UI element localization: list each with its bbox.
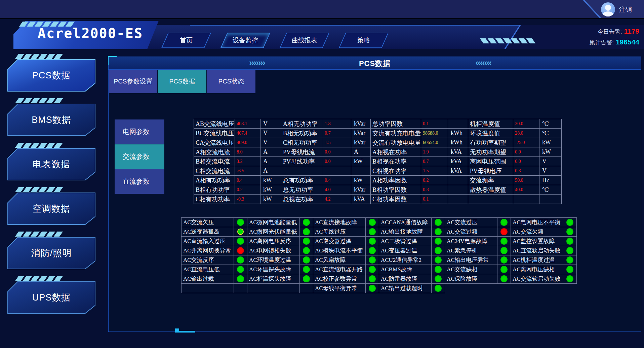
status-label (445, 284, 497, 293)
status-led-cell (432, 265, 445, 274)
status-label: AC二极管过温 (379, 237, 432, 246)
status-label: ACBMS故障 (379, 265, 432, 274)
status-led-green-icon (500, 266, 508, 273)
table-row: C相交流电流-6.5AC相视在功率1.5kVAPV母线电压0.3V (194, 166, 562, 176)
status-led-green-icon (237, 256, 244, 264)
pcs-tab-bar: PCS参数设置PCS数据PCS状态 (109, 70, 255, 93)
alarm-today-row: 今日告警:1179 (589, 26, 639, 37)
nav-button-3[interactable]: 曲线报表 (280, 33, 329, 48)
hatch-stripe (54, 98, 63, 103)
status-led-cell (563, 265, 577, 274)
status-label (511, 284, 563, 293)
status-label: AC离网电压缺相 (511, 265, 563, 274)
status-led-cell (497, 255, 511, 265)
sidebar-button[interactable]: UPS数据 (7, 281, 95, 314)
param-value: 0.4 (235, 176, 260, 185)
nav-button-4[interactable]: 策略 (339, 33, 389, 48)
sidebar-button[interactable]: BMS数据 (7, 104, 95, 136)
status-led-green-icon (369, 228, 376, 235)
status-label: AC机柜温度过温 (511, 255, 563, 265)
status-label: AC保险故障 (445, 274, 497, 284)
status-led-cell (300, 255, 313, 265)
subnav-button-2[interactable]: 交流参数 (115, 144, 164, 169)
panel-title: PCS数据 (109, 59, 641, 69)
table-row: CA交流线电压409.0VC相无功功率1.5kVar交流有功放电电量60654.… (194, 138, 562, 147)
hatch-stripe (54, 276, 63, 281)
param-label: 交流有功放电电量 (371, 138, 421, 147)
sidebar-hatch-decoration (17, 143, 95, 148)
param-unit: kVA (448, 157, 468, 166)
alarm-total-row: 累计告警:196544 (589, 37, 639, 48)
tab-2[interactable]: PCS数据 (158, 70, 206, 93)
status-led-cell (563, 246, 577, 255)
sidebar-button-label: BMS数据 (32, 114, 71, 126)
sidebar-button[interactable]: 空调数据 (7, 193, 95, 225)
status-led-red-icon (237, 247, 244, 254)
sidebar-button-label: PCS数据 (32, 69, 71, 81)
sidebar-button[interactable]: 电表数据 (7, 148, 95, 180)
sidebar-hatch-decoration (17, 232, 95, 237)
header-hatch-decoration (482, 38, 534, 43)
param-value: 0.2 (421, 176, 448, 185)
param-unit: V (260, 129, 281, 138)
param-label: A相视在功率 (371, 147, 421, 157)
subnav-button-3[interactable]: 直流参数 (115, 169, 164, 194)
status-led-cell (234, 255, 247, 265)
param-label: B相视在功率 (371, 157, 421, 166)
chevrons-left-icon: ‹‹‹‹‹‹‹ (475, 58, 491, 68)
status-led-cell (432, 255, 445, 265)
param-unit (448, 185, 468, 195)
param-label: C相无功功率 (281, 138, 323, 147)
status-label: AC并离网切换异常 (182, 246, 234, 255)
status-label: AC紧急停机 (445, 246, 497, 255)
status-led-cell (366, 255, 379, 265)
param-label: B相有功功率 (194, 185, 235, 195)
status-label: ACU2通信异常2 (379, 255, 432, 265)
status-led-cell (497, 246, 511, 255)
status-label: AC交流欠压 (182, 218, 234, 227)
alarm-total-value: 196544 (616, 38, 639, 46)
alarm-total-label: 累计告警: (589, 39, 614, 46)
status-led-cell (563, 255, 577, 265)
status-led-green-icon (566, 238, 573, 245)
param-unit (448, 176, 468, 185)
status-label: AC逆变器过温 (313, 237, 366, 246)
sidebar-button[interactable]: PCS数据 (7, 59, 95, 92)
param-unit: V (539, 166, 562, 176)
alarm-counters: 今日告警:1179 累计告警:196544 (589, 26, 639, 48)
param-label: B相功率因数 (371, 185, 421, 195)
status-led-green-icon (237, 275, 244, 282)
status-row: AC并离网切换异常AC电网锁相失败AC模块电流不平衡AC变压器过温AC紧急停机A… (182, 246, 577, 255)
nav-button-1[interactable]: 首页 (161, 33, 211, 48)
status-led-cell (300, 265, 313, 274)
param-label: B相交流电流 (194, 157, 235, 166)
status-label: AC交流反序 (182, 255, 234, 265)
param-unit: kVA (448, 166, 468, 176)
hatch-stripe (511, 38, 520, 43)
status-led-cell (300, 227, 313, 237)
logout-button[interactable]: 注销 (619, 5, 632, 14)
subnav-button-1[interactable]: 电网参数 (115, 119, 164, 144)
status-row: AC直流输入过压AC离网电压反序AC逆变器过温AC二极管过温AC24V电源故障A… (182, 237, 577, 246)
status-led-green-icon (566, 219, 573, 226)
param-unit: kVar (351, 129, 371, 138)
sidebar-button[interactable]: 消防/照明 (7, 237, 95, 269)
param-value: 0.2 (235, 185, 260, 195)
param-unit (351, 166, 371, 176)
status-led-cell (366, 284, 379, 293)
status-label: AC直流电压低 (182, 265, 234, 274)
nav-button-2[interactable]: 设备监控 (220, 33, 270, 48)
hatch-stripe (503, 38, 513, 43)
param-label: A相功率因数 (371, 176, 421, 185)
status-label: AC环境温度过温 (247, 255, 300, 265)
status-led-cell (432, 227, 445, 237)
status-led-cell (234, 227, 247, 237)
param-label: A相交流电流 (194, 147, 235, 157)
status-led-cell (563, 237, 577, 246)
tab-3[interactable]: PCS状态 (207, 70, 255, 93)
sidebar-button-fill: UPS数据 (8, 282, 95, 313)
status-led-cell (432, 218, 445, 227)
status-label: AC交流软启动失败 (511, 274, 563, 284)
tab-1[interactable]: PCS参数设置 (109, 70, 157, 93)
user-avatar-icon[interactable] (601, 2, 615, 16)
